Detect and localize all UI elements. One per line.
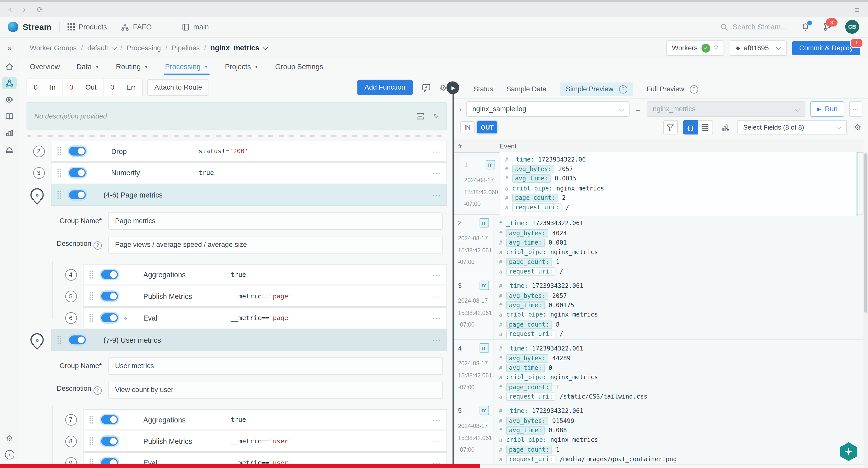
field-key[interactable]: avg_bytes: xyxy=(512,165,554,173)
drag-handle-icon[interactable] xyxy=(57,147,62,155)
field-key[interactable]: _time: xyxy=(512,156,534,163)
attach-to-route-button[interactable]: Attach to Route xyxy=(147,79,209,96)
sidebar-item-charts[interactable] xyxy=(0,124,19,141)
field-key[interactable]: avg_time: xyxy=(506,363,545,372)
collapse-group-icon[interactable]: » xyxy=(30,188,44,202)
sidebar-expand-icon[interactable]: » xyxy=(0,43,19,53)
group-description-input[interactable]: Page views / average speed / average siz… xyxy=(108,236,442,253)
in-toggle-button[interactable]: IN xyxy=(460,121,474,134)
tab-processing[interactable]: Processing▼ xyxy=(165,58,208,75)
field-key[interactable]: avg_bytes: xyxy=(506,417,549,425)
row-menu-button[interactable]: ··· xyxy=(432,314,441,322)
notifications-button[interactable] xyxy=(801,22,810,31)
table-view-button[interactable] xyxy=(698,120,713,134)
function-row[interactable]: 6 ↳ Eval __metric=='page' ··· xyxy=(59,307,447,328)
global-search[interactable]: Search Stream... xyxy=(720,23,786,31)
field-key[interactable]: _time: xyxy=(506,345,528,352)
tab-simple-preview[interactable]: Simple Preview? xyxy=(560,82,633,96)
pipeline-play-icon[interactable]: ▶ xyxy=(446,81,459,94)
field-key[interactable]: _time: xyxy=(506,220,528,227)
function-enabled-toggle[interactable] xyxy=(101,437,118,446)
function-row[interactable]: 3 Numerify true ··· xyxy=(27,162,447,183)
group-enabled-toggle[interactable] xyxy=(69,191,86,199)
event-row[interactable]: 2 m 2024-08-17 15:38:42.061 -07:00 # _ti… xyxy=(454,215,864,277)
field-key[interactable]: avg_time: xyxy=(506,238,545,247)
drag-handle-icon[interactable] xyxy=(57,191,62,199)
function-row[interactable]: 5 Publish Metrics __metric=='page' ··· xyxy=(59,286,447,307)
row-menu-button[interactable]: ··· xyxy=(432,270,441,279)
filter-button[interactable] xyxy=(663,120,677,134)
drag-handle-icon[interactable] xyxy=(89,313,94,322)
tab-projects[interactable]: Projects▼ xyxy=(225,58,258,75)
field-key[interactable]: cribl_pipe: xyxy=(506,436,547,444)
browser-menu-icon[interactable]: ≡ xyxy=(854,5,859,14)
info-button[interactable]: i xyxy=(0,446,19,463)
tab-routing[interactable]: Routing▼ xyxy=(116,58,148,75)
event-row[interactable]: 3 m 2024-08-17 15:38:42.061 -07:00 # _ti… xyxy=(454,277,864,340)
field-key[interactable]: _time: xyxy=(506,408,528,415)
json-view-button[interactable]: { } xyxy=(683,120,698,134)
breadcrumb-processing[interactable]: Processing xyxy=(127,44,161,52)
tab-overview[interactable]: Overview xyxy=(30,58,60,75)
stream-logo-icon[interactable] xyxy=(8,22,18,32)
add-function-button[interactable]: Add Function xyxy=(357,80,412,95)
pipeline-select[interactable]: nginx_metrics xyxy=(647,101,806,117)
settings-button[interactable]: ⚙ xyxy=(0,430,19,446)
pipeline-description[interactable]: No description provided ✎ xyxy=(27,103,447,130)
commit-ref-dropdown[interactable]: ◆ af81695 xyxy=(730,40,786,56)
user-avatar[interactable]: CB xyxy=(845,20,859,34)
drag-handle-icon[interactable] xyxy=(57,335,62,344)
function-enabled-toggle[interactable] xyxy=(101,415,118,424)
tab-data[interactable]: Data▼ xyxy=(76,58,99,75)
field-key[interactable]: request_uri: xyxy=(506,455,556,464)
group-enabled-toggle[interactable] xyxy=(69,335,86,344)
event-row[interactable]: 1 m 2024-08-17 15:38:42.060 -07:00 # _ti… xyxy=(454,152,864,215)
field-key[interactable]: page_count: xyxy=(506,258,552,266)
scrollbar-thumb[interactable] xyxy=(864,153,867,313)
row-menu-button[interactable]: ··· xyxy=(432,147,441,155)
collapse-chevron-icon[interactable]: › xyxy=(459,105,461,114)
field-key[interactable]: request_uri: xyxy=(506,330,556,339)
pipeline-settings-button[interactable]: ⚙ xyxy=(439,83,447,92)
sidebar-item-processing[interactable] xyxy=(0,75,19,91)
sidebar-item-home[interactable] xyxy=(0,58,19,75)
run-button[interactable]: ▶Run xyxy=(810,101,844,117)
event-row[interactable]: 5 m 2024-08-17 15:38:42.061 -07:00 # _ti… xyxy=(454,402,864,465)
function-row[interactable]: 4 Aggregations true ··· xyxy=(59,264,447,285)
function-row[interactable]: 2 Drop status!='200' ··· xyxy=(27,141,447,162)
tab-sample-data[interactable]: Sample Data xyxy=(506,85,547,93)
row-menu-button[interactable]: ··· xyxy=(432,335,441,344)
sidebar-item-lab[interactable] xyxy=(0,141,19,158)
add-comment-button[interactable] xyxy=(421,83,431,92)
commit-deploy-button[interactable]: Commit & Deploy 1 xyxy=(792,41,860,55)
tab-full-preview[interactable]: Full Preview? xyxy=(647,85,698,93)
function-group-header[interactable]: (4-6) Page metrics ··· xyxy=(51,184,447,206)
row-menu-button[interactable]: ··· xyxy=(432,169,441,177)
chart-view-button[interactable] xyxy=(721,123,730,131)
browser-reload-icon[interactable]: ⟳ xyxy=(37,6,43,13)
field-key[interactable]: page_count: xyxy=(506,320,552,329)
field-key[interactable]: page_count: xyxy=(506,383,552,391)
function-group-header[interactable]: (7-9) User metrics ··· xyxy=(51,329,447,351)
edit-description-icon[interactable]: ✎ xyxy=(433,112,439,120)
field-key[interactable]: _time: xyxy=(506,282,528,290)
row-menu-button[interactable]: ··· xyxy=(432,437,441,445)
tab-group-settings[interactable]: Group Settings xyxy=(275,58,323,75)
field-key[interactable]: cribl_pipe: xyxy=(506,249,547,256)
sidebar-item-docs[interactable] xyxy=(0,108,19,124)
breadcrumb-group[interactable]: default xyxy=(88,44,108,52)
field-key[interactable]: avg_time: xyxy=(506,426,545,435)
tab-status[interactable]: Status xyxy=(473,85,493,93)
field-key[interactable]: avg_bytes: xyxy=(506,354,549,362)
function-enabled-toggle[interactable] xyxy=(69,168,86,177)
scrollbar[interactable] xyxy=(864,152,868,468)
panel-divider[interactable] xyxy=(453,83,454,468)
collapse-group-icon[interactable]: » xyxy=(30,333,44,347)
browser-back-icon[interactable]: ‹ xyxy=(9,5,12,14)
field-key[interactable]: cribl_pipe: xyxy=(506,311,547,319)
drag-handle-icon[interactable] xyxy=(89,292,94,300)
function-enabled-toggle[interactable] xyxy=(101,270,118,279)
workers-status-pill[interactable]: Workers ✓ 2 xyxy=(666,40,724,56)
function-enabled-toggle[interactable] xyxy=(101,313,118,322)
event-row[interactable]: 4 m 2024-08-17 15:38:42.061 -07:00 # _ti… xyxy=(454,340,864,403)
